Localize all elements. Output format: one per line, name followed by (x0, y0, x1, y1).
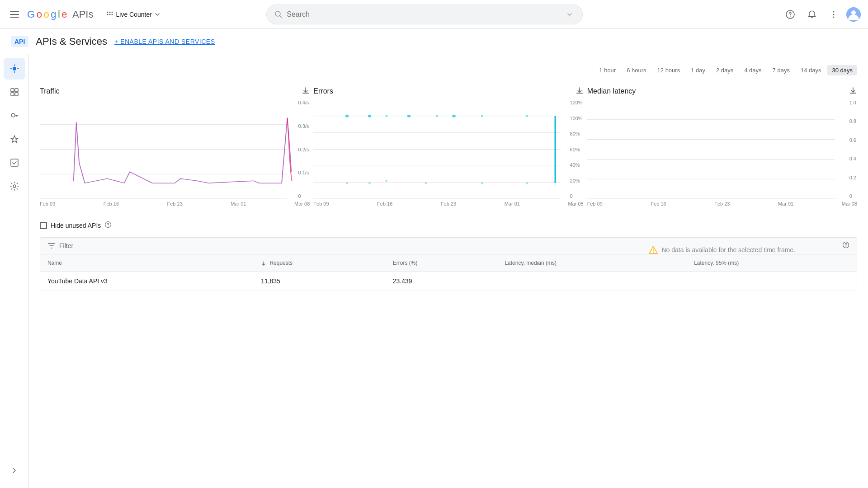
col-requests[interactable]: Requests (254, 254, 386, 272)
latency-no-data: No data is available for the selected ti… (587, 200, 857, 299)
sidebar-expand-button[interactable] (6, 462, 23, 481)
project-name: Live Counter (116, 11, 151, 18)
errors-x-feb16: Feb 16 (377, 201, 392, 206)
errors-x-mar01: Mar 01 (505, 201, 520, 206)
sidebar-item-settings[interactable] (4, 175, 25, 197)
hide-unused-help[interactable] (104, 221, 112, 230)
row-name: YouTube Data API v3 (40, 272, 254, 291)
project-selector[interactable]: Live Counter (102, 9, 164, 20)
traffic-x-axis: Feb 09 Feb 16 Feb 23 Mar 01 Mar 08 (40, 201, 310, 206)
page-title: APIs & Services (36, 36, 107, 47)
svg-point-60 (108, 225, 108, 226)
errors-y-20: 20% (570, 178, 583, 183)
errors-y-80: 80% (570, 131, 583, 136)
sidebar (0, 54, 29, 488)
latency-y-02: 0.2 (849, 175, 856, 180)
svg-point-47 (368, 182, 371, 184)
latency-chart-title: Median latency (587, 87, 636, 95)
svg-rect-19 (15, 93, 18, 96)
svg-point-43 (481, 115, 483, 117)
enable-apis-button[interactable]: + ENABLE APIS AND SERVICES (114, 38, 215, 45)
avatar[interactable] (846, 7, 861, 22)
sidebar-item-dashboard[interactable] (4, 58, 25, 80)
time-btn-1h[interactable]: 1 hour (594, 65, 620, 75)
svg-rect-29 (576, 93, 583, 94)
traffic-x-feb16: Feb 16 (104, 201, 119, 206)
dashboard-icon (9, 64, 19, 74)
latency-y-06: 0.6 (849, 137, 856, 143)
sidebar-item-credentials[interactable] (4, 105, 25, 127)
svg-point-10 (833, 14, 835, 15)
hamburger-menu[interactable] (7, 9, 22, 20)
traffic-y-label-0: 0 (298, 193, 309, 199)
hide-unused-checkbox[interactable] (40, 222, 47, 229)
traffic-chart: Traffic (40, 86, 310, 206)
latency-chart: Median latency (587, 86, 857, 206)
time-btn-6h[interactable]: 6 hours (622, 65, 651, 75)
more-options-button[interactable] (825, 5, 843, 23)
sidebar-item-oauth[interactable] (4, 128, 25, 150)
svg-point-3 (107, 14, 108, 15)
errors-y-0: 0 (570, 193, 583, 199)
svg-point-11 (833, 16, 835, 18)
filter-icon (47, 242, 56, 250)
time-btn-7d[interactable]: 7 days (768, 65, 794, 75)
help-button[interactable] (781, 5, 799, 23)
filter-button[interactable]: Filter (47, 242, 73, 250)
svg-point-5 (112, 14, 113, 15)
svg-rect-52 (850, 93, 856, 94)
errors-x-feb23: Feb 23 (441, 201, 456, 206)
svg-point-42 (453, 115, 456, 117)
search-icon (274, 10, 283, 19)
row-errors: 23.439 (386, 272, 498, 291)
col-errors[interactable]: Errors (%) (386, 254, 498, 272)
latency-y-0: 0 (849, 193, 856, 199)
traffic-download-button[interactable] (302, 86, 310, 96)
errors-chart-title: Errors (313, 87, 333, 95)
traffic-y-label-01: 0.1/s (298, 170, 309, 175)
search-bar[interactable] (266, 5, 583, 24)
svg-point-20 (11, 113, 15, 117)
time-btn-4d[interactable]: 4 days (740, 65, 766, 75)
svg-point-50 (481, 182, 483, 184)
time-btn-14d[interactable]: 14 days (796, 65, 826, 75)
check-square-icon (9, 158, 19, 168)
svg-point-6 (275, 11, 280, 16)
hide-unused-label: Hide unused APIs (51, 222, 101, 229)
time-btn-1d[interactable]: 1 day (686, 65, 710, 75)
notification-button[interactable] (803, 5, 821, 23)
time-btn-12h[interactable]: 12 hours (653, 65, 685, 75)
svg-point-9 (833, 11, 835, 12)
content-area: 1 hour 6 hours 12 hours 1 day 2 days 4 d… (29, 54, 868, 488)
sidebar-item-domain[interactable] (4, 152, 25, 174)
errors-x-axis: Feb 09 Feb 16 Feb 23 Mar 01 Mar 08 (313, 201, 583, 206)
sidebar-item-library[interactable] (4, 81, 25, 103)
main-layout: 1 hour 6 hours 12 hours 1 day 2 days 4 d… (0, 54, 868, 488)
errors-download-button[interactable] (576, 86, 584, 96)
search-expand-icon[interactable] (566, 10, 575, 19)
traffic-x-mar08: Mar 08 (294, 201, 310, 206)
svg-point-46 (346, 182, 349, 184)
sidebar-expand-area (6, 462, 23, 481)
search-input[interactable] (287, 10, 562, 19)
svg-point-4 (109, 14, 111, 15)
dropdown-icon (154, 11, 161, 18)
svg-point-8 (790, 16, 791, 17)
latency-download-button[interactable] (849, 86, 857, 96)
latency-y-04: 0.4 (849, 156, 856, 161)
settings-icon (9, 181, 19, 191)
time-btn-30d[interactable]: 30 days (827, 65, 857, 75)
svg-point-0 (107, 11, 108, 13)
svg-point-37 (345, 115, 349, 117)
col-name[interactable]: Name (40, 254, 254, 272)
svg-point-41 (436, 115, 439, 117)
time-btn-2d[interactable]: 2 days (712, 65, 738, 75)
errors-y-120: 120% (570, 100, 583, 105)
key-icon (9, 111, 19, 121)
time-range-selector: 1 hour 6 hours 12 hours 1 day 2 days 4 d… (40, 65, 857, 75)
errors-y-60: 60% (570, 147, 583, 152)
errors-y-100: 100% (570, 116, 583, 121)
svg-point-38 (368, 115, 371, 117)
filter-label: Filter (59, 242, 73, 249)
svg-rect-21 (11, 159, 18, 166)
